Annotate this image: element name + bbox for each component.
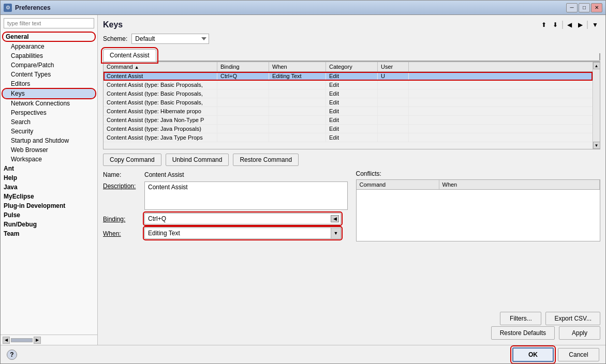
forward-icon[interactable]: ⬇ — [551, 20, 560, 29]
cell-when — [269, 125, 326, 133]
cell-user — [378, 89, 409, 98]
binding-input-wrap: ◀ — [144, 213, 341, 224]
sidebar-item-capabilities[interactable]: Capabilities — [1, 51, 97, 60]
sidebar-item-java[interactable]: Java — [1, 183, 97, 192]
cell-binding — [217, 133, 269, 142]
when-dropdown-arrow[interactable]: ▼ — [331, 228, 341, 239]
content-panel: Keys ⬆ ⬇ ◀ ▶ ▼ Scheme: Default Emacs Mic… — [98, 15, 605, 345]
sidebar-bottom: ◀ ▶ — [1, 335, 97, 345]
sidebar-item-content-types[interactable]: Content Types — [1, 70, 97, 79]
sidebar-item-keys[interactable]: Keys — [3, 89, 95, 98]
cell-command: Content Assist (type: Java Non-Type P — [104, 116, 217, 124]
help-button[interactable]: ? — [7, 350, 17, 360]
cell-category: Edit — [326, 133, 378, 142]
scroll-thumb — [11, 339, 32, 342]
table-row[interactable]: Content Assist (type: Hibernate propo Ed… — [104, 107, 593, 116]
restore-defaults-button[interactable]: Restore Defaults — [491, 326, 555, 340]
scroll-left-btn[interactable]: ◀ — [3, 337, 10, 344]
scroll-right-btn[interactable]: ▶ — [34, 337, 41, 344]
scroll-up-btn[interactable]: ▲ — [593, 62, 600, 69]
table-row[interactable]: Content Assist (type: Java Proposals) Ed… — [104, 125, 593, 133]
copy-command-button[interactable]: Copy Command — [103, 154, 161, 166]
sidebar-item-help[interactable]: Help — [1, 173, 97, 183]
col-header-binding[interactable]: Binding — [217, 62, 269, 71]
name-value: Content Assist — [144, 170, 184, 178]
sidebar-item-security[interactable]: Security — [1, 127, 97, 136]
sidebar-item-plugin-dev[interactable]: Plug-in Development — [1, 201, 97, 210]
sidebar-item-general[interactable]: General — [3, 32, 95, 41]
sidebar-item-compare-patch[interactable]: Compare/Patch — [1, 60, 97, 70]
binding-clear-button[interactable]: ◀ — [331, 215, 339, 222]
unbind-command-button[interactable]: Unbind Command — [166, 154, 229, 166]
table-row[interactable]: Content Assist Ctrl+Q Editing Text Edit … — [104, 72, 593, 81]
cancel-button[interactable]: Cancel — [558, 348, 599, 361]
window-controls: ─ □ ✕ — [566, 3, 602, 12]
maximize-button[interactable]: □ — [579, 3, 590, 12]
filters-button[interactable]: Filters... — [500, 312, 541, 325]
table-body: Content Assist Ctrl+Q Editing Text Edit … — [104, 72, 593, 149]
cell-command: Content Assist (type: Hibernate propo — [104, 107, 217, 115]
cell-when — [269, 107, 326, 115]
cell-category: Edit — [326, 107, 378, 115]
cell-binding — [217, 107, 269, 115]
sidebar-item-editors[interactable]: Editors — [1, 79, 97, 88]
sidebar-item-myeclipse[interactable]: MyEclipse — [1, 192, 97, 201]
name-label: Name: — [103, 170, 144, 178]
export-csv-button[interactable]: Export CSV... — [545, 312, 600, 325]
sidebar-item-startup[interactable]: Startup and Shutdow — [1, 136, 97, 145]
scroll-down-btn[interactable]: ▼ — [593, 142, 600, 149]
table-row[interactable]: Content Assist (type: Java Non-Type P Ed… — [104, 116, 593, 125]
col-header-category[interactable]: Category — [326, 62, 378, 71]
col-header-command[interactable]: Command ▲ — [104, 62, 217, 71]
window-bottom-bar: ? OK Cancel — [1, 345, 605, 363]
sidebar-item-team[interactable]: Team — [1, 229, 97, 238]
when-select[interactable]: Editing Text In Windows In Dialogs and W… — [144, 228, 341, 239]
sidebar-item-network[interactable]: Network Connections — [1, 99, 97, 108]
table-row[interactable]: Content Assist (type: Java Type Props Ed… — [104, 133, 593, 142]
sidebar-item-appearance[interactable]: Appearance — [1, 42, 97, 51]
cell-command: Content Assist (type: Java Type Props — [104, 133, 217, 142]
cell-binding — [217, 81, 269, 89]
back-icon[interactable]: ⬆ — [539, 20, 549, 29]
sidebar-item-pulse[interactable]: Pulse — [1, 210, 97, 220]
horizontal-scrollbar[interactable]: ◀ ▶ — [3, 337, 41, 344]
cell-user — [378, 125, 409, 133]
table-row[interactable]: Content Assist (type: Basic Proposals, E… — [104, 98, 593, 107]
more-options-btn[interactable]: ▼ — [590, 20, 600, 29]
keys-table-container: Command ▲ Binding When Category User Con… — [103, 62, 600, 149]
sidebar-item-perspectives[interactable]: Perspectives — [1, 108, 97, 117]
cell-when: Editing Text — [269, 72, 326, 80]
table-row[interactable]: Content Assist (type: Basic Proposals, E… — [104, 89, 593, 98]
sidebar-item-run-debug[interactable]: Run/Debug — [1, 220, 97, 229]
table-row[interactable]: Content Assist (type: Basic Proposals, E… — [104, 81, 593, 89]
nav-right-icon[interactable]: ▶ — [576, 20, 585, 29]
tree-area: General Appearance Capabilities Compare/… — [1, 32, 97, 335]
cell-binding — [217, 98, 269, 107]
sidebar-item-workspace[interactable]: Workspace — [1, 155, 97, 164]
apply-button[interactable]: Apply — [559, 326, 600, 340]
cell-user — [378, 133, 409, 142]
col-header-when[interactable]: When — [269, 62, 326, 71]
sidebar-item-search[interactable]: Search — [1, 117, 97, 127]
cell-when — [269, 133, 326, 142]
nav-left-icon[interactable]: ◀ — [565, 20, 574, 29]
scheme-select[interactable]: Default Emacs Microsoft Visual Studio — [131, 34, 209, 44]
conflicts-body — [357, 190, 600, 241]
binding-input[interactable] — [144, 213, 341, 224]
restore-command-button[interactable]: Restore Command — [233, 154, 299, 166]
ok-button[interactable]: OK — [512, 347, 554, 362]
minimize-button[interactable]: ─ — [566, 3, 578, 12]
tab-content-assist[interactable]: Content Assist — [103, 49, 156, 62]
filter-input[interactable] — [4, 18, 94, 28]
cell-command: Content Assist (type: Java Proposals) — [104, 125, 217, 133]
when-select-wrap: Editing Text In Windows In Dialogs and W… — [144, 228, 341, 239]
cell-user — [378, 107, 409, 115]
sidebar-item-web-browser[interactable]: Web Browser — [1, 145, 97, 155]
tab-divider — [599, 53, 600, 60]
vertical-scrollbar[interactable]: ▲ ▼ — [593, 62, 600, 149]
sidebar-item-ant[interactable]: Ant — [1, 164, 97, 173]
description-textarea[interactable]: Content Assist — [144, 181, 348, 210]
col-header-user[interactable]: User — [378, 62, 409, 71]
close-button[interactable]: ✕ — [591, 3, 602, 12]
cell-category: Edit — [326, 81, 378, 89]
